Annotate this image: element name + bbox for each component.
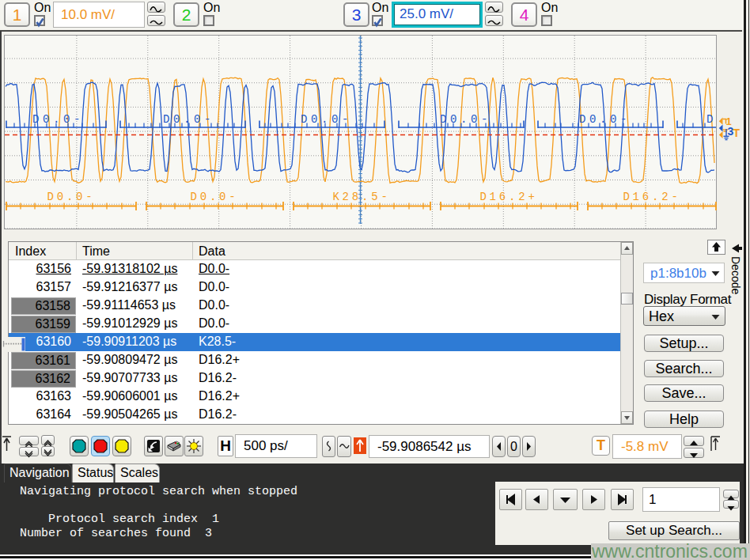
svg-text:Decode: Decode bbox=[729, 256, 742, 294]
svg-text:D0.0-: D0.0- bbox=[301, 113, 352, 126]
svg-text:D16.2-: D16.2- bbox=[623, 191, 680, 203]
svg-text:K28.5-: K28.5- bbox=[332, 191, 390, 203]
svg-text:D16.2+: D16.2+ bbox=[479, 191, 537, 203]
svg-text:D0.0-: D0.0- bbox=[32, 113, 84, 126]
svg-text:D0.0-: D0.0- bbox=[440, 113, 491, 126]
svg-text:D: D bbox=[706, 113, 717, 126]
svg-text:T: T bbox=[733, 127, 741, 139]
svg-text:D0.0-: D0.0- bbox=[190, 191, 238, 203]
svg-text:D0.0-: D0.0- bbox=[163, 113, 214, 126]
svg-text:D0.0-: D0.0- bbox=[47, 191, 95, 203]
svg-text:D0.0-: D0.0- bbox=[579, 113, 631, 126]
